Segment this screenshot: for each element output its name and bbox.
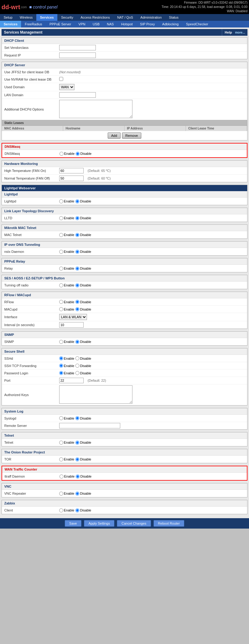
syslogd-disable-label[interactable]: Disable bbox=[75, 416, 91, 420]
pppoe-relay-enable-radio[interactable] bbox=[59, 267, 63, 271]
sshd-disable-radio[interactable] bbox=[75, 356, 79, 360]
nav-nat-qos[interactable]: NAT / QoS bbox=[114, 14, 137, 21]
vnc-disable-radio[interactable] bbox=[75, 492, 79, 496]
nvram-checkbox[interactable] bbox=[59, 77, 63, 81]
password-login-enable-label[interactable]: Enable bbox=[59, 371, 74, 375]
interface-select[interactable]: LAN & WLAN LAN WLAN bbox=[59, 314, 87, 320]
tab-nas[interactable]: NAS bbox=[103, 21, 117, 27]
tab-freeradius[interactable]: FreeRadius bbox=[21, 21, 46, 27]
additional-dhcp-textarea[interactable] bbox=[59, 100, 132, 118]
sshd-enable-label[interactable]: Enable bbox=[59, 356, 74, 360]
telnet-enable-label[interactable]: Enable bbox=[59, 441, 74, 445]
ses-aoss-enable-radio[interactable] bbox=[59, 283, 63, 287]
tab-pppoe-server[interactable]: PPPoE Server bbox=[46, 21, 75, 27]
help-more-link[interactable]: more... bbox=[235, 31, 245, 34]
tab-speedchecker[interactable]: SpeedChecker bbox=[182, 21, 212, 27]
ip-dns-enable-label[interactable]: Enable bbox=[59, 250, 74, 254]
zabbix-disable-radio[interactable] bbox=[75, 508, 79, 512]
dnsmasq-disable-radio[interactable] bbox=[76, 152, 80, 156]
ses-aoss-enable-label[interactable]: Enable bbox=[59, 283, 74, 287]
remote-server-input[interactable] bbox=[59, 423, 120, 428]
nav-setup[interactable]: Setup bbox=[0, 14, 16, 21]
remove-button[interactable]: Remove bbox=[122, 133, 141, 139]
ssh-tcp-fwd-enable-label[interactable]: Enable bbox=[59, 364, 74, 368]
telnet-disable-radio[interactable] bbox=[75, 441, 79, 445]
pppoe-relay-enable-label[interactable]: Enable bbox=[59, 267, 74, 271]
add-button[interactable]: Add bbox=[108, 133, 121, 139]
mac-telnet-disable-label[interactable]: Disable bbox=[75, 233, 91, 237]
mac-telnet-disable-radio[interactable] bbox=[75, 233, 79, 237]
fan-off-input[interactable] bbox=[59, 176, 84, 181]
used-domain-select[interactable]: WAN LAN bbox=[59, 84, 74, 90]
password-login-disable-radio[interactable] bbox=[75, 371, 79, 375]
ssh-tcp-fwd-enable-radio[interactable] bbox=[59, 364, 63, 368]
tor-disable-label[interactable]: Disable bbox=[75, 457, 91, 461]
tab-hotspot[interactable]: Hotspot bbox=[117, 21, 136, 27]
vnc-enable-label[interactable]: Enable bbox=[59, 492, 74, 496]
zabbix-enable-radio[interactable] bbox=[59, 508, 63, 512]
vendorclass-input[interactable] bbox=[59, 45, 96, 50]
tab-vpn[interactable]: VPN bbox=[75, 21, 89, 27]
request-ip-input[interactable] bbox=[59, 53, 96, 58]
telnet-disable-label[interactable]: Disable bbox=[75, 441, 91, 445]
lighttpd-enable-label[interactable]: Enable bbox=[59, 199, 74, 203]
syslogd-enable-radio[interactable] bbox=[59, 416, 63, 420]
rflow-enable-label[interactable]: Enable bbox=[59, 300, 74, 304]
ip-dns-disable-label[interactable]: Disable bbox=[75, 250, 91, 254]
macupd-disable-label[interactable]: Disable bbox=[75, 307, 91, 311]
auth-keys-textarea[interactable] bbox=[59, 385, 132, 404]
lltd-disable-label[interactable]: Disable bbox=[75, 216, 91, 220]
password-login-disable-label[interactable]: Disable bbox=[75, 371, 91, 375]
pppoe-relay-disable-radio[interactable] bbox=[75, 267, 79, 271]
nav-status[interactable]: Status bbox=[165, 14, 182, 21]
nav-services[interactable]: Services bbox=[36, 14, 57, 21]
macupd-enable-label[interactable]: Enable bbox=[59, 307, 74, 311]
wan-traffic-enable-radio[interactable] bbox=[60, 475, 63, 478]
macupd-enable-radio[interactable] bbox=[59, 307, 63, 311]
telnet-enable-radio[interactable] bbox=[59, 441, 63, 445]
ip-dns-enable-radio[interactable] bbox=[59, 250, 63, 254]
macupd-disable-radio[interactable] bbox=[75, 307, 79, 311]
dnsmasq-enable-radio[interactable] bbox=[60, 152, 63, 156]
zabbix-enable-label[interactable]: Enable bbox=[59, 508, 74, 512]
tor-enable-label[interactable]: Enable bbox=[59, 457, 74, 461]
ip-dns-disable-radio[interactable] bbox=[75, 250, 79, 254]
interval-input[interactable] bbox=[59, 322, 84, 328]
tab-services[interactable]: Services bbox=[0, 21, 21, 27]
nav-security[interactable]: Security bbox=[57, 14, 77, 21]
dnsmasq-disable-label[interactable]: Disable bbox=[76, 152, 92, 156]
fan-on-input[interactable] bbox=[59, 168, 84, 173]
rflow-disable-radio[interactable] bbox=[75, 300, 79, 304]
ses-aoss-disable-radio[interactable] bbox=[75, 283, 79, 287]
tab-adblocking[interactable]: Adblocking bbox=[159, 21, 182, 27]
zabbix-disable-label[interactable]: Disable bbox=[75, 508, 91, 512]
rflow-enable-radio[interactable] bbox=[59, 300, 63, 304]
sshd-enable-radio[interactable] bbox=[59, 356, 63, 360]
lltd-enable-label[interactable]: Enable bbox=[59, 216, 74, 220]
snmp-disable-label[interactable]: Disable bbox=[75, 340, 91, 344]
lan-domain-input[interactable] bbox=[59, 92, 96, 98]
lighttpd-disable-radio[interactable] bbox=[75, 199, 79, 203]
vnc-enable-radio[interactable] bbox=[59, 492, 63, 496]
ssh-tcp-fwd-disable-label[interactable]: Disable bbox=[75, 364, 91, 368]
wan-traffic-disable-radio[interactable] bbox=[76, 475, 80, 478]
wan-traffic-disable-label[interactable]: Disable bbox=[76, 475, 92, 478]
nav-wireless[interactable]: Wireless bbox=[16, 14, 36, 21]
lighttpd-enable-radio[interactable] bbox=[59, 199, 63, 203]
nav-access-restrictions[interactable]: Access Restrictions bbox=[77, 14, 114, 21]
lighttpd-disable-label[interactable]: Disable bbox=[75, 199, 91, 203]
rflow-disable-label[interactable]: Disable bbox=[75, 300, 91, 304]
sshd-disable-label[interactable]: Disable bbox=[75, 356, 91, 360]
tab-sip-proxy[interactable]: SIP Proxy bbox=[136, 21, 159, 27]
tor-disable-radio[interactable] bbox=[75, 457, 79, 461]
ses-aoss-disable-label[interactable]: Disable bbox=[75, 283, 91, 287]
dnsmasq-enable-label[interactable]: Enable bbox=[60, 152, 74, 156]
nav-administration[interactable]: Administration bbox=[137, 14, 165, 21]
mac-telnet-enable-radio[interactable] bbox=[59, 233, 63, 237]
syslogd-enable-label[interactable]: Enable bbox=[59, 416, 74, 420]
password-login-enable-radio[interactable] bbox=[59, 371, 63, 375]
snmp-enable-radio[interactable] bbox=[59, 340, 63, 344]
ssh-tcp-fwd-disable-radio[interactable] bbox=[75, 364, 79, 368]
cancel-changes-button[interactable]: Cancel Changes bbox=[117, 520, 151, 527]
ssh-port-input[interactable] bbox=[59, 378, 84, 383]
